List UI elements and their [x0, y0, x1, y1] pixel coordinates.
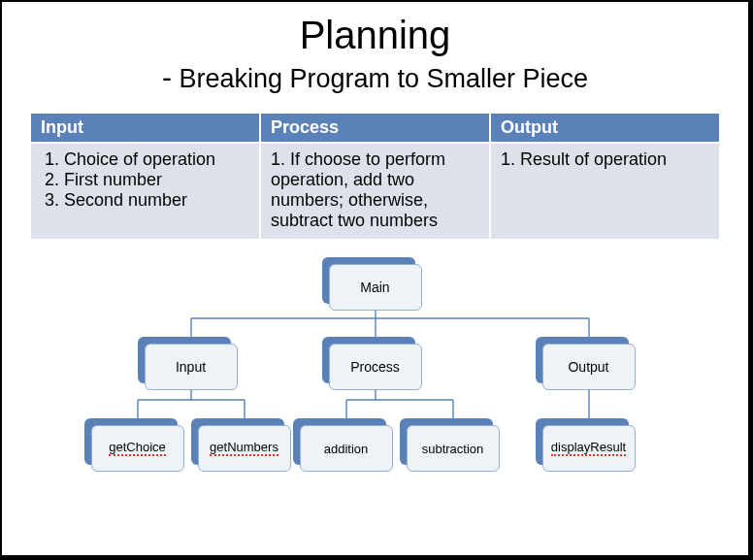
slide-subtitle: - Breaking Program to Smaller Piece	[29, 61, 721, 94]
header-output: Output	[490, 113, 720, 143]
node-output: Output	[542, 344, 636, 390]
header-input: Input	[30, 113, 260, 143]
cell-output: 1. Result of operation	[490, 143, 720, 240]
subtitle-dash: -	[162, 61, 172, 93]
node-getnumbers: getNumbers	[198, 425, 291, 472]
node-getchoice-label: getChoice	[109, 441, 166, 456]
node-main-label: Main	[329, 264, 422, 311]
slide: Planning - Breaking Program to Smaller P…	[2, 2, 748, 512]
node-process-label: Process	[329, 344, 422, 390]
slide-title: Planning	[29, 14, 721, 57]
node-process: Process	[329, 344, 422, 390]
cell-process: 1. If choose to perform operation, add t…	[260, 143, 490, 240]
hierarchy-diagram: Main Input Process Output getChoice getN…	[65, 258, 686, 501]
node-main: Main	[329, 264, 422, 311]
node-input-label: Input	[145, 344, 238, 390]
node-addition-label: addition	[300, 425, 393, 472]
node-displayresult-label: displayResult	[551, 441, 626, 456]
input-item: 3. Second number	[45, 190, 249, 211]
cell-input: 1. Choice of operation 2. First number 3…	[30, 143, 260, 240]
node-addition: addition	[300, 425, 393, 472]
node-input: Input	[145, 344, 238, 390]
node-getchoice: getChoice	[91, 425, 184, 472]
node-subtraction: subtraction	[407, 425, 500, 472]
table-row: 1. Choice of operation 2. First number 3…	[30, 143, 720, 240]
node-subtraction-label: subtraction	[407, 425, 500, 472]
input-item: 2. First number	[45, 170, 249, 190]
node-displayresult: displayResult	[542, 425, 636, 472]
header-process: Process	[260, 113, 490, 143]
node-getnumbers-label: getNumbers	[210, 441, 278, 456]
node-output-label: Output	[542, 344, 636, 390]
ipo-table: Input Process Output 1. Choice of operat…	[29, 112, 721, 241]
table-header-row: Input Process Output	[30, 113, 720, 143]
subtitle-text: Breaking Program to Smaller Piece	[179, 64, 588, 93]
input-item: 1. Choice of operation	[45, 149, 249, 170]
